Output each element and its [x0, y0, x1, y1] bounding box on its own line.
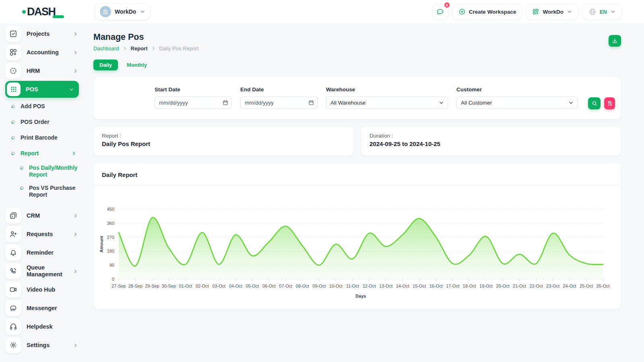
- grid-plus-icon: [5, 44, 21, 60]
- report-summary-card: Report : Daily Pos Report: [93, 127, 353, 156]
- svg-text:17-Oct: 17-Oct: [446, 284, 459, 288]
- sidebar-item-report[interactable]: Report: [0, 146, 85, 161]
- svg-text:10-Oct: 10-Oct: [329, 284, 343, 288]
- svg-text:180: 180: [107, 249, 114, 253]
- topbar-actions: 0 Create Workspace WorkDo EN: [432, 4, 622, 20]
- messages-button[interactable]: 0: [432, 4, 448, 20]
- daily-report-card: Daily Report 09018027036045027-Sep28-Sep…: [93, 163, 621, 309]
- sidebar-item-video-hub[interactable]: Video Hub: [0, 280, 85, 299]
- checkbox-icon: [5, 26, 21, 42]
- bullet-icon: [11, 151, 15, 156]
- sidebar-item-print-barcode[interactable]: Print Barcode: [0, 130, 85, 146]
- bullet-icon: [11, 120, 15, 124]
- reset-filter-button[interactable]: [604, 97, 615, 109]
- download-button[interactable]: [609, 35, 621, 47]
- start-date-input[interactable]: [155, 97, 232, 109]
- svg-text:24-Oct: 24-Oct: [563, 284, 576, 288]
- sidebar-item-settings[interactable]: Settings: [0, 336, 85, 354]
- svg-text:05-Oct: 05-Oct: [246, 284, 259, 288]
- building-icon: [100, 6, 111, 17]
- svg-text:15-Oct: 15-Oct: [413, 284, 426, 288]
- video-icon: [5, 282, 21, 298]
- warehouse-label: Warehouse: [326, 86, 448, 93]
- breadcrumb-item-report[interactable]: Report: [131, 45, 148, 51]
- svg-text:13-Oct: 13-Oct: [379, 284, 392, 288]
- breadcrumb-item-dashboard[interactable]: Dashboard: [93, 45, 119, 51]
- search-icon: [592, 101, 597, 106]
- customer-select[interactable]: All Customer: [456, 97, 578, 109]
- globe-icon: [588, 8, 597, 16]
- app-logo[interactable]: DASH: [22, 6, 95, 18]
- sidebar-item-add-pos[interactable]: Add POS: [0, 99, 85, 114]
- sidebar-item-label: Report: [21, 150, 66, 157]
- sidebar-item-label: Queue Management: [27, 264, 68, 278]
- end-date-field: End Date: [240, 86, 318, 119]
- svg-text:270: 270: [107, 235, 114, 240]
- chat-icon: [436, 8, 444, 16]
- hrm-icon: [5, 63, 21, 79]
- svg-text:Amount: Amount: [99, 236, 104, 253]
- warehouse-field: Warehouse All Warehouse: [326, 86, 448, 119]
- language-selector[interactable]: EN: [582, 4, 622, 20]
- bell-icon: [5, 245, 21, 261]
- svg-text:03-Oct: 03-Oct: [212, 284, 225, 288]
- bullet-icon: [20, 186, 24, 190]
- svg-text:06-Oct: 06-Oct: [262, 284, 276, 288]
- svg-text:26-Oct: 26-Oct: [596, 284, 609, 288]
- svg-text:0: 0: [112, 277, 114, 282]
- sidebar-item-hrm[interactable]: HRM: [0, 62, 85, 80]
- tab-daily[interactable]: Daily: [93, 60, 118, 70]
- end-date-input[interactable]: [240, 97, 318, 109]
- sidebar-item-pos-order[interactable]: POS Order: [0, 114, 85, 130]
- page-header: Manage Pos DashboardReportDaily Pos Repo…: [93, 32, 621, 51]
- sidebar-item-helpdesk[interactable]: Helpdesk: [0, 317, 85, 336]
- sidebar-item-reminder[interactable]: Reminder: [0, 243, 85, 262]
- workdo-menu-label: WorkDo: [543, 9, 564, 15]
- sidebar-item-label: CRM: [27, 212, 68, 219]
- sidebar-item-label: Add POS: [21, 103, 76, 110]
- workdo-menu-button[interactable]: WorkDo: [526, 4, 578, 20]
- sidebar-item-messenger[interactable]: Messenger: [0, 299, 85, 317]
- start-date-label: Start Date: [155, 86, 232, 93]
- sidebar-item-pos[interactable]: POS: [5, 81, 79, 98]
- sidebar-item-label: Messenger: [27, 305, 78, 312]
- breadcrumb-item-daily-pos-report: Daily Pos Report: [159, 45, 199, 51]
- user-plus-icon: [5, 226, 21, 242]
- language-label: EN: [600, 9, 607, 15]
- workspace-selector[interactable]: WorkDo: [95, 3, 151, 20]
- apply-filter-button[interactable]: [588, 97, 601, 109]
- tab-monthly[interactable]: Monthly: [121, 60, 153, 70]
- sidebar: ProjectsAccountingHRMPOSAdd POSPOS Order…: [0, 23, 85, 362]
- svg-text:16-Oct: 16-Oct: [429, 284, 443, 288]
- chevron-right-icon: [73, 31, 78, 37]
- chevron-down-icon: [140, 9, 145, 14]
- sidebar-item-pos-daily-monthly-report[interactable]: Pos Daily/Monthly Report: [0, 161, 85, 181]
- messages-badge: 0: [444, 2, 450, 8]
- sidebar-item-label: HRM: [27, 68, 68, 74]
- gear-icon: [5, 337, 21, 353]
- page-title: Manage Pos: [93, 32, 621, 42]
- svg-text:360: 360: [107, 221, 114, 226]
- logo-bar-icon: [53, 15, 64, 18]
- duration-label: Duration :: [369, 133, 613, 139]
- create-workspace-button[interactable]: Create Workspace: [452, 4, 522, 20]
- svg-text:18-Oct: 18-Oct: [463, 284, 476, 288]
- duration-value: 2024-09-25 to 2024-10-25: [369, 140, 613, 147]
- sidebar-item-pos-vs-purchase-report[interactable]: Pos VS Purchase Report: [0, 181, 85, 202]
- warehouse-select[interactable]: All Warehouse: [326, 97, 448, 109]
- sidebar-item-accounting[interactable]: Accounting: [0, 43, 85, 62]
- chevron-right-icon: [73, 50, 78, 55]
- sidebar-item-queue-management[interactable]: Queue Management: [0, 262, 85, 280]
- chevron-down-icon: [610, 9, 616, 14]
- svg-text:19-Oct: 19-Oct: [479, 284, 493, 288]
- customer-label: Customer: [456, 86, 578, 93]
- sidebar-item-requests[interactable]: Requests: [0, 225, 85, 243]
- svg-text:08-Oct: 08-Oct: [296, 284, 309, 288]
- sidebar-item-crm[interactable]: CRM: [0, 206, 85, 225]
- sidebar-item-projects[interactable]: Projects: [0, 25, 85, 43]
- summary-cards: Report : Daily Pos Report Duration : 202…: [93, 127, 621, 156]
- workdo-grid-icon: [532, 8, 539, 15]
- daily-report-chart: 09018027036045027-Sep28-Sep29-Sep30-Sep0…: [93, 185, 621, 308]
- breadcrumb-separator-icon: [151, 46, 156, 51]
- svg-text:22-Oct: 22-Oct: [530, 284, 543, 288]
